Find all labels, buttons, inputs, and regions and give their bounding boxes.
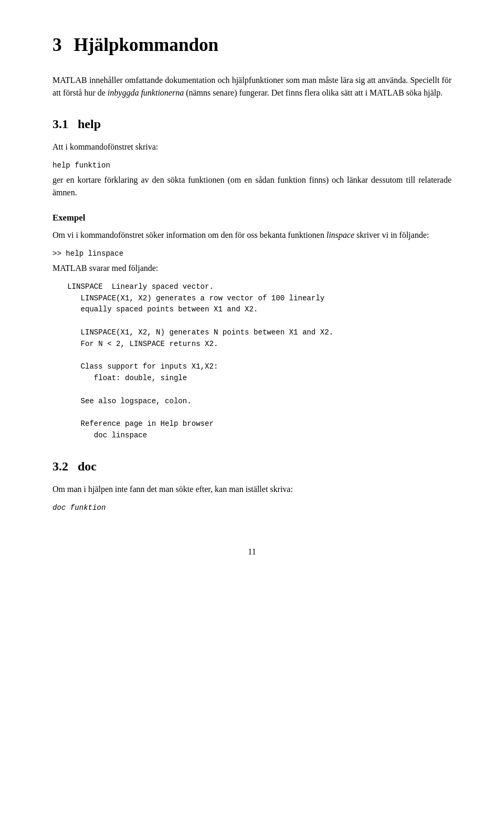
example-command: >> help linspace (52, 248, 452, 260)
chapter-number: 3 (52, 35, 62, 55)
section1-text2: ger en kortare förklaring av den sökta f… (52, 174, 452, 199)
section2-title: 3.2 doc (52, 457, 452, 476)
help-code: help funktion (52, 160, 452, 172)
intro-paragraph: MATLAB innehåller omfattande dokumentati… (52, 74, 452, 99)
page: 3 Hjälpkommandon MATLAB innehåller omfat… (0, 0, 504, 828)
matlab-response-label: MATLAB svarar med följande: (52, 262, 452, 275)
doc-code: doc funktion (52, 502, 452, 514)
section1-content: Att i kommandofönstret skriva: help funk… (52, 141, 452, 199)
example-intro: Om vi i kommandofönstret söker informati… (52, 229, 452, 242)
section2-number: 3.2 (52, 459, 68, 473)
example-intro-rest: skriver vi in följande: (354, 230, 429, 239)
example-intro-pre: Om vi i kommandofönstret söker informati… (52, 230, 327, 239)
example-linspace-italic: linspace (327, 230, 354, 239)
section1-title-text: help (78, 117, 101, 131)
section2-content: Om man i hjälpen inte fann det man sökte… (52, 483, 452, 514)
section1-title: 3.1 help (52, 114, 452, 133)
example-heading: Exempel (52, 211, 452, 224)
section1-number: 3.1 (52, 117, 68, 131)
section2-text1: Om man i hjälpen inte fann det man sökte… (52, 483, 452, 496)
section2-title-text: doc (78, 459, 97, 473)
chapter-title-text: Hjälpkommandon (74, 35, 218, 55)
intro-italic: inbyggda funktionerna (108, 88, 184, 97)
intro-text-rest: (nämns senare) fungerar. Det finns flera… (184, 88, 443, 97)
section1-text1: Att i kommandofönstret skriva: (52, 141, 452, 153)
example-code-block: LINSPACE Linearly spaced vector. LINSPAC… (67, 281, 452, 442)
page-number: 11 (52, 546, 452, 558)
chapter-title: 3 Hjälpkommandon (52, 32, 452, 59)
